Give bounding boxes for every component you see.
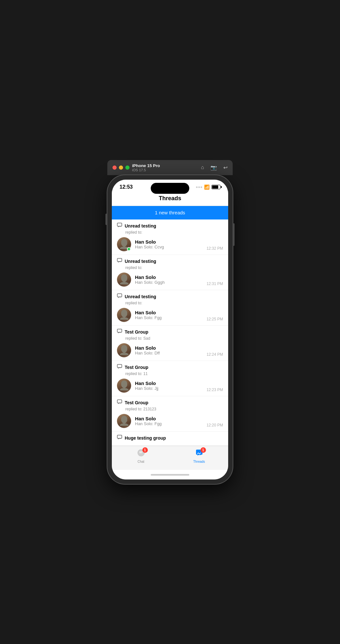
minimize-button[interactable] <box>119 165 123 170</box>
svg-rect-1 <box>117 258 122 262</box>
thread-group-name: Unread testing <box>125 223 156 228</box>
screenshot-icon[interactable]: 📷 <box>210 165 217 171</box>
phone-screen: 12:53 📶 Threads <box>112 180 228 479</box>
message-time: 12:24 PM <box>207 352 223 357</box>
thread-group-name: Unread testing <box>125 294 156 299</box>
tab-threads[interactable]: 1Threads <box>170 449 228 463</box>
fullscreen-button[interactable] <box>125 165 130 170</box>
contact-name: Han Solo <box>135 416 203 421</box>
contact-name: Han Solo <box>135 380 203 386</box>
status-time: 12:53 <box>120 184 133 190</box>
device-name: iPhone 15 Pro <box>132 163 201 168</box>
thread-replied-to: replied to: Sad <box>117 336 223 341</box>
thread-contact-row: Han SoloHan Solo: Fgg12:20 PM <box>117 414 223 428</box>
thread-item[interactable]: Test Groupreplied to: SadHan SoloHan Sol… <box>112 326 228 361</box>
thread-item[interactable]: Test Groupreplied to: 11Han SoloHan Solo… <box>112 361 228 396</box>
rotate-icon[interactable]: ↩ <box>223 165 228 171</box>
thread-chat-icon <box>117 364 122 370</box>
thread-replied-to: replied to: <box>117 265 223 270</box>
message-time: 12:31 PM <box>207 282 223 287</box>
thread-group-name: Test Group <box>125 365 148 370</box>
svg-rect-6 <box>117 435 122 438</box>
thread-header: Test Group <box>117 364 223 370</box>
message-preview: Han Solo: Ccvg <box>135 245 203 249</box>
contact-info: Han SoloHan Solo: Fgg <box>135 416 203 426</box>
signal-dots <box>196 186 202 188</box>
wifi-icon: 📶 <box>204 184 210 190</box>
simulator-wrapper: iPhone 15 Pro iOS 17.5 ⌂ 📷 ↩ 12:53 <box>107 160 233 484</box>
thread-item[interactable]: Unread testingreplied to:Han SoloHan Sol… <box>112 255 228 290</box>
contact-name: Han Solo <box>135 310 203 315</box>
thread-chat-icon <box>117 399 122 406</box>
thread-replied-to: replied to: <box>117 301 223 305</box>
message-time: 12:23 PM <box>207 388 223 393</box>
avatar-wrap <box>117 308 131 322</box>
contact-info: Han SoloHan Solo: Gggh <box>135 274 203 285</box>
thread-item[interactable]: Unread testingreplied to:Han SoloHan Sol… <box>112 290 228 326</box>
svg-rect-2 <box>117 294 122 297</box>
home-icon[interactable]: ⌂ <box>201 165 204 171</box>
tab-icon-wrap: 1 <box>137 449 145 459</box>
thread-contact-row: Han SoloHan Solo: Dff12:24 PM <box>117 343 223 357</box>
contact-info: Han SoloHan Solo: Dff <box>135 345 203 355</box>
thread-chat-icon <box>117 258 122 264</box>
thread-header: Unread testing <box>117 293 223 300</box>
thread-group-name: Test Group <box>125 400 148 405</box>
app-title: Threads <box>159 195 181 201</box>
thread-contact-row: Han SoloHan Solo: Ccvg12:32 PM <box>117 237 223 251</box>
dynamic-island <box>151 183 189 194</box>
threads-badge: 1 <box>201 447 206 453</box>
svg-rect-4 <box>117 364 122 368</box>
mac-toolbar-icons: ⌂ 📷 ↩ <box>201 165 228 171</box>
contact-name: Han Solo <box>135 345 203 351</box>
thread-replied-to: replied to: <box>117 230 223 235</box>
contact-info: Han SoloHan Solo: Jjj <box>135 380 203 391</box>
dot-2 <box>198 186 200 188</box>
contact-info: Han SoloHan Solo: Ccvg <box>135 239 203 249</box>
avatar-wrap <box>117 343 131 357</box>
thread-contact-row: Han SoloHan Solo: Fgg12:25 PM <box>117 308 223 322</box>
contact-name: Han Solo <box>135 274 203 280</box>
new-threads-banner[interactable]: 1 new threads <box>112 206 228 219</box>
tab-icon-wrap: 1 <box>195 449 203 459</box>
chat-badge: 1 <box>142 447 148 453</box>
app-header: Threads <box>112 192 228 206</box>
os-version: iOS 17.5 <box>132 168 201 172</box>
home-indicator <box>112 470 228 479</box>
close-button[interactable] <box>112 165 117 170</box>
window-title: iPhone 15 Pro iOS 17.5 <box>132 163 201 172</box>
tab-chat[interactable]: 1Chat <box>112 449 170 463</box>
avatar <box>117 343 131 357</box>
thread-header: Test Group <box>117 399 223 406</box>
thread-item[interactable]: Test Groupreplied to: 213123Han SoloHan … <box>112 396 228 432</box>
thread-chat-icon <box>117 435 122 441</box>
avatar <box>117 273 131 287</box>
thread-replied-to: replied to: 213123 <box>117 407 223 411</box>
message-preview: Han Solo: Fgg <box>135 421 203 426</box>
avatar-wrap <box>117 237 131 251</box>
tab-bar: 1Chat1Threads <box>112 446 228 470</box>
avatar-wrap <box>117 414 131 428</box>
threads-label: Threads <box>193 460 205 463</box>
thread-item[interactable]: Unread testingreplied to:Han SoloHan Sol… <box>112 219 228 255</box>
message-preview: Han Solo: Dff <box>135 351 203 355</box>
svg-rect-5 <box>117 400 122 403</box>
battery-icon <box>211 185 220 189</box>
message-time: 12:25 PM <box>207 317 223 322</box>
phone-frame: 12:53 📶 Threads <box>107 175 233 484</box>
contact-name: Han Solo <box>135 239 203 245</box>
thread-header: Unread testing <box>117 258 223 264</box>
thread-contact-row: Han SoloHan Solo: Jjj12:23 PM <box>117 379 223 393</box>
message-time: 12:32 PM <box>207 246 223 251</box>
thread-header: Unread testing <box>117 223 223 229</box>
avatar <box>117 414 131 428</box>
svg-rect-3 <box>117 329 122 332</box>
thread-list: Unread testingreplied to:Han SoloHan Sol… <box>112 219 228 446</box>
svg-rect-0 <box>117 223 122 226</box>
dot-3 <box>201 186 202 188</box>
thread-chat-icon <box>117 329 122 335</box>
thread-item[interactable]: Huge testing group <box>112 432 228 446</box>
message-preview: Han Solo: Jjj <box>135 386 203 391</box>
thread-group-name: Unread testing <box>125 259 156 264</box>
avatar <box>117 379 131 393</box>
